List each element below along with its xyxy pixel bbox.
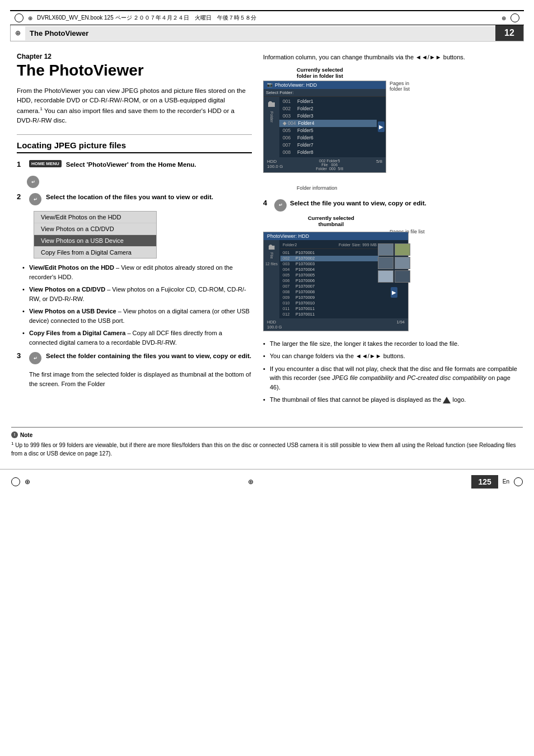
step-number-3: 3 — [17, 351, 25, 360]
step-4-area: 4 ↵ Select the file you want to view, co… — [263, 199, 517, 405]
step-3: 3 ↵ Select the folder containing the fil… — [17, 351, 252, 364]
thumb-sidebar-label: File — [270, 252, 274, 259]
reg-cross-right: ⊕ — [502, 15, 506, 21]
folder-002: 002Folder2 — [279, 105, 377, 112]
thumb-footer-hdd: HDD100.0 G — [267, 320, 282, 330]
step-1-enter: ↵ — [27, 175, 252, 188]
menu-item-hdd[interactable]: View/Edit Photos on the HDD — [34, 212, 156, 223]
thumb-file-5: 005P1070005 — [280, 273, 379, 278]
sidebar-label-folder: Folder — [270, 111, 274, 123]
bullet-hdd: View/Edit Photos on the HDD – View or ed… — [22, 263, 252, 281]
divider-1 — [17, 134, 252, 135]
top-registration-bar: ⊕ DVRLX60D_WV_EN.book 125 ページ ２００７年４月２４日… — [10, 10, 524, 25]
thumb-img-1 — [378, 243, 394, 256]
chapter-label: Chapter 12 — [17, 53, 252, 60]
reg-mark-right — [510, 13, 519, 22]
thumb-header: Folder2 Folder Size: 999 MB — [280, 241, 379, 249]
reg-mark-left — [15, 13, 24, 22]
thumb-file-9: 009P1070009 — [280, 295, 379, 300]
enter-button-2: ↵ — [29, 193, 41, 205]
section-title-locating: Locating JPEG picture files — [17, 140, 252, 153]
folder-titlebar: 📷 PhotoViewer: HDD — [264, 81, 386, 89]
thumb-img-2 — [395, 243, 410, 256]
folder-screenshot-row: 📷 PhotoViewer: HDD Select Folder: 🖿 Fold… — [263, 81, 410, 184]
header-left-cross: ⊕ — [11, 26, 25, 40]
sidebar-icon-1: 🖿 — [267, 99, 276, 109]
thumb-footer: HDD100.0 G 1/94 — [264, 318, 408, 331]
right-intro-text: Information column, you can change thumb… — [263, 53, 517, 62]
thumb-screenshot-area: PhotoViewer: HDD 🖿 File 12 files Folder2 — [263, 229, 386, 331]
folder-nav-right: ▶ — [377, 97, 386, 157]
thumb-file-12: 012P1070011 — [280, 312, 379, 317]
thumb-screenshot-row: PhotoViewer: HDD 🖿 File 12 files Folder2 — [263, 229, 425, 331]
thumb-images-panel: ▶ — [380, 240, 408, 318]
bullet-cd-dvd: View Photos on a CD/DVD – View photos on… — [22, 285, 252, 303]
footer-folder-info: 002 Folder5File 006Folder 000 5/8 — [316, 159, 343, 171]
folder-footer: HDD100.0 G 002 Folder5File 006Folder 000… — [264, 157, 386, 172]
folder-004: ◆ 004Folder4 — [279, 120, 377, 127]
enter-button-4: ↵ — [274, 199, 287, 212]
note-text: 1 Up to 999 files or 99 folders are view… — [11, 440, 523, 458]
thumb-sidebar-icon: 🖿 — [268, 242, 275, 251]
chapter-header-title: The PhotoViewer — [25, 26, 495, 40]
folder-main: 001Folder1 002Folder2 003Folder3 ◆ 004Fo… — [279, 97, 377, 157]
note-icon: ! — [11, 431, 18, 438]
pages-label-area: Pages infolder list — [390, 81, 410, 97]
reg-cross-left: ⊕ — [28, 15, 32, 21]
note-title: ! Note — [11, 431, 523, 439]
thumb-file-2: 002P1070002 — [280, 256, 379, 261]
bottom-bar: ⊕ ⊕ 125 En — [0, 469, 534, 493]
bullet-list-left: View/Edit Photos on the HDD – View or ed… — [22, 263, 252, 347]
folder-body: 🖿 Folder 001Folder1 002Folder2 003Folder… — [264, 97, 386, 157]
bottom-reg-mark — [11, 477, 20, 486]
thumb-img-4 — [395, 257, 410, 269]
step-number-4: 4 — [263, 199, 271, 207]
thumb-img-3 — [378, 257, 394, 269]
folder-selected-label: Currently selectedfolder in folder list — [297, 67, 343, 79]
thumb-main: Folder2 Folder Size: 999 MB 001P1070001 … — [279, 240, 380, 318]
thumb-body: 🖿 File 12 files Folder2 Folder Size: 999… — [264, 240, 408, 318]
thumb-img-6 — [395, 270, 410, 283]
folder-005: 005Folder5 — [279, 127, 377, 134]
step-2-text: Select the location of the files you wan… — [46, 192, 213, 202]
folder-008: 008Folder8 — [279, 149, 377, 156]
footer-hdd: HDD100.0 G — [267, 159, 283, 171]
footer-pages: 5/8 — [376, 159, 382, 171]
thumb-file-1: 001P1070001 — [280, 250, 379, 256]
nav-icon-right: ▶ — [378, 121, 385, 132]
folder-006: 006Folder6 — [279, 134, 377, 142]
folder-screenshot-area: 📷 PhotoViewer: HDD Select Folder: 🖿 Fold… — [263, 81, 386, 184]
bullet-list-right: The larger the file size, the longer it … — [263, 339, 517, 405]
bullet-file-size: The larger the file size, the longer it … — [263, 339, 517, 349]
step-4-text: Select the file you want to view, copy o… — [290, 199, 427, 208]
folder-info-label: Folder information — [297, 185, 338, 191]
location-menu: View/Edit Photos on the HDD View Photos … — [34, 211, 157, 259]
step-number-1: 1 — [17, 160, 25, 168]
thumb-file-count: 12 files — [265, 262, 278, 266]
menu-item-usb[interactable]: View Photos on a USB Device — [34, 235, 156, 247]
menu-item-camera[interactable]: Copy Files from a Digital Camera — [34, 247, 156, 258]
menu-item-cd-dvd[interactable]: View Photos on a CD/DVD — [34, 223, 156, 235]
bottom-right: 125 En — [471, 475, 523, 489]
folder-screenshot-wrapper: Currently selectedfolder in folder list … — [263, 67, 517, 191]
pages-in-folder-label: Pages infolder list — [390, 81, 410, 92]
step-4: 4 ↵ Select the file you want to view, co… — [263, 199, 517, 212]
step-2: 2 ↵ Select the location of the files you… — [17, 192, 252, 205]
enter-button-3: ↵ — [29, 352, 41, 364]
thumb-file-3: 003P1070003 — [280, 261, 379, 267]
bullet-change-folder: You can change folders via the ◄◄/►► but… — [263, 351, 517, 361]
bottom-cross: ⊕ — [25, 478, 30, 486]
bullet-camera: Copy Files from a Digital Camera – Copy … — [22, 328, 252, 347]
folder-003: 003Folder3 — [279, 112, 377, 120]
thumb-file-8: 008P1070008 — [280, 289, 379, 295]
step-3-desc: The first image from the selected folder… — [29, 370, 252, 388]
page-label: En — [503, 478, 509, 485]
thumb-screenshot-wrapper: Currently selectedthumbnail PhotoViewer:… — [263, 215, 517, 331]
left-column: Chapter 12 The PhotoViewer From the Phot… — [17, 53, 252, 410]
bottom-reg-right — [514, 477, 523, 486]
thumb-file-4: 004P1070004 — [280, 267, 379, 273]
thumb-file-11: 011P1070011 — [280, 306, 379, 312]
intro-paragraph: From the PhotoViewer you can view JPEG p… — [17, 86, 252, 125]
file-info: DVRLX60D_WV_EN.book 125 ページ ２００７年４月２４日 火… — [37, 14, 256, 22]
bullet-disc-check: If you encounter a disc that will not pl… — [263, 364, 517, 392]
